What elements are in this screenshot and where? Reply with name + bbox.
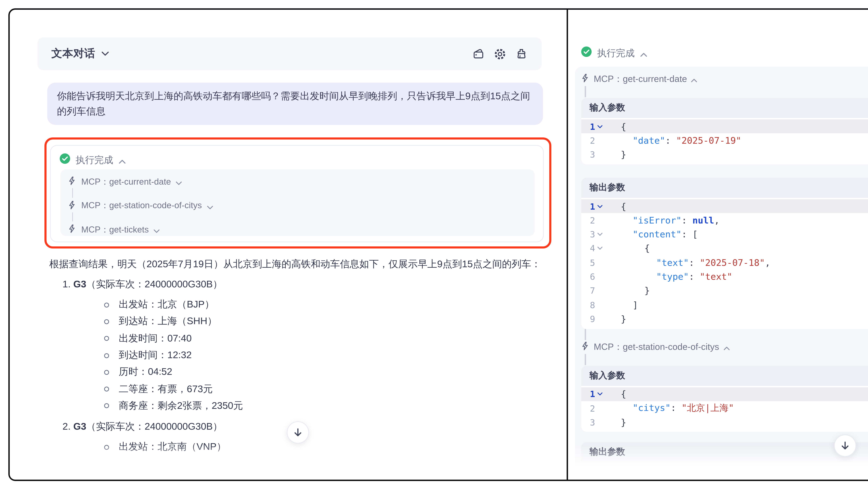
bullet-icon bbox=[104, 403, 109, 409]
code-tokens: "citys": "北京|上海" bbox=[621, 402, 734, 414]
code-token: } bbox=[621, 417, 626, 427]
train-code-suffix: （实际车次：24000000G30B） bbox=[86, 278, 222, 289]
line-number: 3 bbox=[581, 417, 595, 427]
bullet-icon bbox=[104, 445, 109, 450]
tree-connector bbox=[585, 329, 586, 340]
code-line: 7} bbox=[581, 284, 868, 298]
success-check-icon bbox=[60, 153, 70, 167]
code-token: "2025-07-19" bbox=[676, 135, 741, 146]
ordered-index: 2. bbox=[62, 421, 73, 432]
code-tokens: { bbox=[621, 243, 650, 254]
mcp-step[interactable]: MCP：get-current-date bbox=[67, 175, 182, 189]
code-token: "type" bbox=[656, 271, 689, 282]
train-detail-text: 到达时间：12:32 bbox=[119, 349, 192, 362]
code-token: "2025-07-18" bbox=[700, 257, 765, 268]
param-card-title: 输入参数 bbox=[590, 102, 625, 114]
code-token: } bbox=[621, 314, 626, 324]
lightning-icon bbox=[581, 340, 590, 353]
chat-mode-title[interactable]: 文本对话 bbox=[51, 46, 95, 61]
train-detail-text: 出发站：北京（BJP） bbox=[119, 299, 214, 311]
code-token: "text" bbox=[656, 257, 689, 268]
panel-divider bbox=[566, 10, 568, 480]
param-card-header: 输入参数 bbox=[581, 365, 868, 386]
code-token: : bbox=[682, 229, 692, 240]
execution-status-toggle[interactable]: 执行完成 bbox=[51, 146, 543, 167]
code-tokens: "date": "2025-07-19" bbox=[621, 135, 741, 146]
line-number: 1 bbox=[581, 201, 595, 211]
code-line: 1{ bbox=[581, 199, 868, 213]
bullet-icon bbox=[104, 336, 109, 341]
brush-icon[interactable] bbox=[515, 47, 528, 60]
collapse-chevron-icon[interactable] bbox=[595, 392, 605, 396]
code-line: 2"isError": null, bbox=[581, 213, 868, 227]
line-number: 1 bbox=[581, 121, 595, 132]
param-card: 输出参数 bbox=[581, 443, 868, 463]
code-tokens: } bbox=[621, 314, 626, 324]
code-token: ] bbox=[632, 299, 638, 310]
line-number: 7 bbox=[581, 286, 595, 296]
code-tokens: } bbox=[621, 150, 626, 160]
code-line: 9} bbox=[581, 312, 868, 326]
mcp-step[interactable]: MCP：get-tickets bbox=[67, 223, 160, 237]
code-token: { bbox=[621, 121, 626, 132]
code-tokens: } bbox=[621, 417, 626, 427]
train-detail-text: 商务座：剩余2张票，2350元 bbox=[119, 400, 243, 412]
mcp-step[interactable]: MCP：get-station-code-of-citys bbox=[67, 199, 213, 213]
code-token: } bbox=[621, 150, 626, 160]
wallet-icon[interactable] bbox=[472, 47, 485, 60]
code-tokens: ] bbox=[621, 299, 638, 310]
execution-status-label: 执行完成 bbox=[76, 154, 113, 166]
list-item: 出发站：北京（BJP） bbox=[49, 296, 548, 313]
param-card-header: 输入参数 bbox=[581, 98, 868, 118]
code-line: 3} bbox=[581, 148, 868, 162]
scroll-to-bottom-button[interactable] bbox=[287, 421, 309, 444]
json-code-block: 1{2"citys": "北京|上海"3} bbox=[581, 386, 868, 432]
mcp-call-label: MCP：get-current-date bbox=[594, 73, 687, 86]
execution-status-toggle[interactable]: 执行完成 bbox=[581, 46, 647, 60]
collapse-chevron-icon[interactable] bbox=[595, 204, 605, 208]
mcp-step-label: MCP：get-current-date bbox=[81, 176, 171, 188]
line-number: 9 bbox=[581, 314, 595, 324]
line-number: 5 bbox=[581, 257, 595, 268]
gear-icon[interactable] bbox=[494, 47, 506, 60]
screenshot-stage: 文本对话 你能告诉我明天北京到上海的高铁动车都有哪些吗？需要出发时间 bbox=[0, 0, 868, 489]
scroll-to-bottom-button[interactable] bbox=[834, 434, 856, 457]
code-token: { bbox=[621, 389, 626, 399]
chevron-down-icon bbox=[207, 200, 213, 212]
collapse-chevron-icon[interactable] bbox=[595, 125, 605, 128]
list-item: 出发时间：07:40 bbox=[49, 330, 548, 347]
chevron-down-icon[interactable] bbox=[101, 52, 109, 56]
execution-status-label: 执行完成 bbox=[597, 47, 635, 59]
line-number: 3 bbox=[581, 150, 595, 160]
param-card: 输入参数1{2"date": "2025-07-19"3} bbox=[581, 98, 868, 164]
bullet-icon bbox=[104, 370, 109, 374]
train-detail-text: 到达站：上海（SHH） bbox=[119, 316, 217, 328]
json-code-block: 1{2"isError": null,3"content": [4{5"text… bbox=[581, 198, 868, 329]
user-message-bubble: 你能告诉我明天北京到上海的高铁动车都有哪些吗？需要出发时间从早到晚排列，只告诉我… bbox=[47, 83, 543, 125]
line-number: 2 bbox=[581, 403, 595, 413]
code-token: "isError" bbox=[632, 215, 682, 225]
code-tokens: "type": "text" bbox=[621, 271, 732, 282]
code-tokens: { bbox=[621, 121, 626, 132]
code-token: : bbox=[671, 402, 682, 413]
chat-header-actions bbox=[472, 47, 528, 60]
train-list-item: 1. G3（实际车次：24000000G30B） bbox=[49, 276, 548, 292]
line-number: 2 bbox=[581, 135, 595, 146]
mcp-call-toggle[interactable]: MCP：get-current-date bbox=[581, 72, 868, 86]
mcp-call-label: MCP：get-station-code-of-citys bbox=[594, 340, 719, 353]
collapse-chevron-icon[interactable] bbox=[595, 233, 605, 236]
code-token: { bbox=[621, 201, 626, 211]
lightning-icon bbox=[581, 73, 590, 86]
param-card-header: 输出参数 bbox=[581, 443, 868, 463]
line-number: 8 bbox=[581, 299, 595, 310]
collapse-chevron-icon[interactable] bbox=[595, 247, 605, 250]
code-token: "date" bbox=[632, 135, 665, 146]
app-window: 文本对话 你能告诉我明天北京到上海的高铁动车都有哪些吗？需要出发时间 bbox=[8, 8, 868, 481]
chevron-up-icon bbox=[691, 73, 698, 86]
param-card: 输出参数1{2"isError": null,3"content": [4{5"… bbox=[581, 178, 868, 329]
code-line: 3"content": [ bbox=[581, 227, 868, 241]
code-token: { bbox=[644, 243, 650, 254]
mcp-call-toggle[interactable]: MCP：get-station-code-of-citys bbox=[581, 340, 868, 354]
code-line: 2"date": "2025-07-19" bbox=[581, 133, 868, 148]
tree-connector bbox=[72, 212, 73, 221]
